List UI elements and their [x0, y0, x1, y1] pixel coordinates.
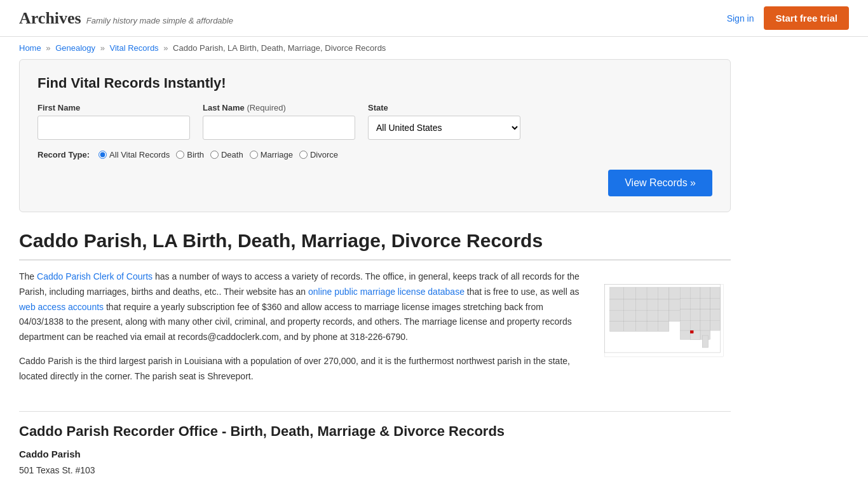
svg-rect-28 [690, 309, 700, 320]
svg-rect-31 [610, 322, 624, 332]
svg-rect-5 [624, 299, 636, 310]
breadcrumb-current: Caddo Parish, LA Birth, Death, Marriage,… [173, 43, 386, 53]
header-right: Sign in Start free trial [727, 6, 849, 30]
us-map-svg [604, 276, 724, 371]
intro-text-mid2: that is free to use, as well as [467, 287, 580, 297]
intro-paragraph-2: Caddo Parish is the third largest parish… [19, 354, 585, 384]
svg-rect-4 [610, 299, 624, 310]
svg-rect-3 [636, 287, 647, 299]
radio-birth-input[interactable] [176, 151, 184, 159]
radio-birth[interactable]: Birth [176, 150, 204, 159]
svg-rect-30 [710, 309, 721, 320]
first-name-label: First Name [37, 103, 190, 112]
radio-all-vital[interactable]: All Vital Records [98, 150, 170, 159]
radio-marriage-input[interactable] [250, 151, 258, 159]
svg-rect-21 [610, 310, 624, 321]
last-name-label: Last Name (Required) [203, 103, 355, 112]
search-fields: First Name Last Name (Required) State Al… [37, 103, 712, 140]
archives-logo: Archives [19, 9, 81, 28]
svg-rect-34 [647, 322, 658, 332]
us-map [604, 276, 724, 377]
state-group: State All United States [368, 103, 520, 140]
breadcrumb: Home » Genealogy » Vital Records » Caddo… [0, 37, 868, 59]
svg-rect-23 [636, 310, 647, 321]
breadcrumb-sep-2: » [100, 43, 105, 53]
svg-rect-10 [647, 299, 658, 310]
svg-rect-40 [680, 330, 690, 339]
state-select[interactable]: All United States [368, 116, 520, 140]
svg-rect-25 [658, 310, 669, 321]
content-map [604, 269, 731, 393]
svg-rect-37 [690, 320, 700, 330]
svg-rect-26 [669, 310, 680, 321]
svg-rect-45 [702, 336, 709, 348]
recorder-address: 501 Texas St. #103 [19, 463, 731, 477]
start-trial-button[interactable]: Start free trial [764, 6, 849, 30]
last-name-input[interactable] [203, 116, 355, 140]
page-title: Caddo Parish, LA Birth, Death, Marriage,… [19, 230, 731, 261]
svg-rect-14 [690, 287, 700, 298]
breadcrumb-sep-3: » [163, 43, 168, 53]
svg-rect-6 [636, 299, 647, 310]
search-box: Find Vital Records Instantly! First Name… [19, 59, 731, 212]
record-type-label: Record Type: [37, 150, 90, 159]
search-title: Find Vital Records Instantly! [37, 75, 712, 92]
archives-tagline: Family history made simple & affordable [86, 16, 233, 25]
svg-rect-29 [700, 309, 710, 320]
radio-birth-label: Birth [187, 150, 204, 159]
svg-rect-11 [658, 299, 669, 310]
recorder-name: Caddo Parish [19, 449, 731, 459]
svg-rect-1 [610, 287, 624, 299]
state-label: State [368, 103, 520, 112]
svg-rect-39 [710, 320, 721, 330]
svg-rect-18 [690, 298, 700, 309]
recorder-title: Caddo Parish Recorder Office - Birth, De… [19, 411, 731, 440]
caddo-clerk-link[interactable]: Caddo Parish Clerk of Courts [37, 271, 153, 281]
breadcrumb-vital-records[interactable]: Vital Records [110, 43, 159, 53]
content-area: The Caddo Parish Clerk of Courts has a n… [19, 269, 731, 393]
svg-rect-19 [700, 298, 710, 309]
svg-rect-16 [710, 287, 721, 298]
radio-death-input[interactable] [210, 151, 219, 159]
recorder-section: Caddo Parish Recorder Office - Birth, De… [19, 411, 731, 477]
radio-divorce[interactable]: Divorce [299, 150, 338, 159]
main-content: Find Vital Records Instantly! First Name… [0, 59, 750, 488]
svg-rect-13 [680, 287, 690, 298]
radio-death[interactable]: Death [210, 150, 243, 159]
svg-rect-36 [680, 320, 690, 330]
radio-divorce-input[interactable] [299, 151, 308, 159]
radio-marriage[interactable]: Marriage [250, 150, 293, 159]
svg-rect-35 [658, 322, 669, 332]
header-left: Archives Family history made simple & af… [19, 9, 233, 28]
svg-rect-27 [680, 309, 690, 320]
search-actions: View Records » [37, 170, 712, 196]
record-type-row: Record Type: All Vital Records Birth Dea… [37, 150, 712, 159]
breadcrumb-sep-1: » [46, 43, 50, 53]
svg-rect-22 [624, 310, 636, 321]
content-text: The Caddo Parish Clerk of Courts has a n… [19, 269, 585, 393]
header: Archives Family history made simple & af… [0, 0, 868, 37]
radio-all-label: All Vital Records [109, 150, 170, 159]
svg-rect-38 [700, 320, 710, 330]
radio-divorce-label: Divorce [310, 150, 338, 159]
breadcrumb-genealogy[interactable]: Genealogy [55, 43, 95, 53]
last-name-group: Last Name (Required) [203, 103, 355, 140]
svg-rect-32 [624, 322, 636, 332]
svg-rect-2 [624, 287, 636, 299]
radio-death-label: Death [221, 150, 243, 159]
first-name-input[interactable] [37, 116, 190, 140]
breadcrumb-home[interactable]: Home [19, 43, 41, 53]
view-records-button[interactable]: View Records » [608, 170, 712, 196]
svg-rect-8 [658, 287, 669, 299]
sign-in-link[interactable]: Sign in [727, 13, 754, 24]
svg-rect-7 [647, 287, 658, 299]
marriage-license-db-link[interactable]: online public marriage license database [308, 287, 465, 297]
intro-paragraph-1: The Caddo Parish Clerk of Courts has a n… [19, 269, 585, 345]
svg-rect-9 [669, 287, 680, 299]
svg-rect-15 [700, 287, 710, 298]
svg-rect-44 [690, 330, 693, 333]
svg-rect-17 [680, 298, 690, 309]
radio-all-input[interactable] [98, 151, 107, 159]
first-name-group: First Name [37, 103, 190, 140]
web-access-link[interactable]: web access accounts [19, 302, 104, 312]
